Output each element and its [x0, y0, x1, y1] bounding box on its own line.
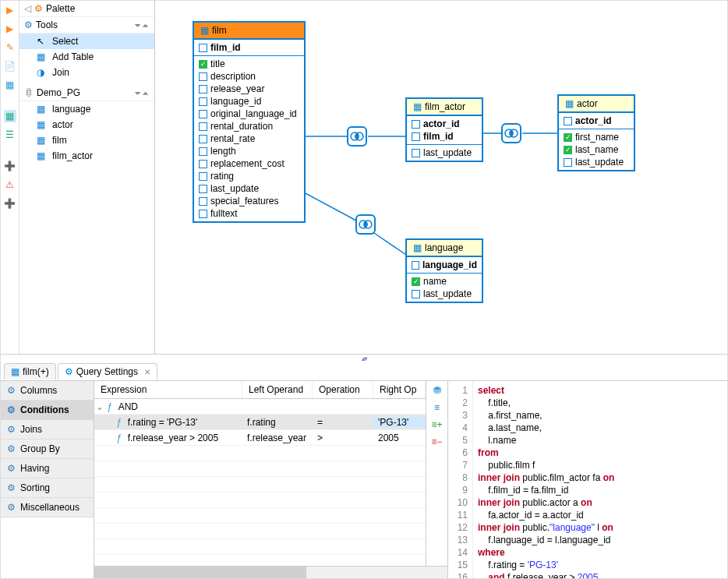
- column-name[interactable]: ✓name: [410, 275, 479, 288]
- column-first_name[interactable]: ✓first_name: [562, 131, 631, 143]
- db-table-film[interactable]: ▦film: [19, 132, 154, 148]
- entity-actor[interactable]: ▦actor actor_id ✓first_name✓last_namelas…: [557, 94, 635, 171]
- column-last_update[interactable]: last_update: [562, 156, 631, 168]
- entity-film[interactable]: ▦film film_id ✓titledescriptionrelease_y…: [193, 21, 306, 223]
- cursor-icon: ↖: [37, 36, 48, 47]
- column-last_update[interactable]: last_update: [197, 182, 301, 195]
- column-description[interactable]: description: [197, 70, 301, 83]
- checkbox-icon[interactable]: [199, 85, 207, 94]
- list-icon[interactable]: ☰: [4, 129, 16, 141]
- warn-icon[interactable]: ⚠: [4, 178, 16, 191]
- doc-icon[interactable]: 📄: [4, 60, 16, 72]
- column-language_id[interactable]: language_id: [197, 95, 301, 108]
- sql-preview: 12345678910111213141516 select f.title, …: [448, 381, 727, 578]
- edit-icon[interactable]: ✎: [4, 41, 16, 54]
- splitter[interactable]: ▴ ▾: [1, 355, 727, 362]
- checkbox-icon[interactable]: ✓: [199, 60, 207, 69]
- column-title[interactable]: ✓title: [197, 58, 301, 70]
- column-replacement_cost[interactable]: replacement_cost: [197, 157, 301, 170]
- add-condition-icon[interactable]: ≡+: [430, 418, 444, 431]
- checkbox-icon[interactable]: [199, 97, 207, 106]
- column-rental_duration[interactable]: rental_duration: [197, 120, 301, 132]
- settings-miscellaneous[interactable]: ⚙Miscellaneous: [1, 498, 94, 517]
- column-special_features[interactable]: special_features: [197, 195, 301, 207]
- checkbox-icon[interactable]: [199, 135, 207, 143]
- gear-icon: ⚙: [7, 424, 16, 435]
- tabs-bar: ▦film(+) ⚙Query Settings✕: [1, 362, 727, 381]
- checkbox-icon[interactable]: [199, 72, 207, 81]
- checkbox-icon[interactable]: [199, 110, 207, 118]
- db-table-language[interactable]: ▦language: [19, 101, 154, 117]
- join-node-film-filmactor[interactable]: [347, 126, 367, 147]
- settings-having[interactable]: ⚙Having: [1, 459, 94, 478]
- db-header[interactable]: 🛢 Demo_PG ⏷⏶: [19, 85, 154, 101]
- checkbox-icon[interactable]: [199, 122, 207, 131]
- condition-row[interactable]: ƒf.release_year > 2005f.release_year>200…: [94, 430, 426, 446]
- settings-conditions[interactable]: ⚙Conditions: [1, 401, 94, 420]
- tool-add-table[interactable]: ▦ Add Table: [19, 49, 154, 65]
- add-sheet-icon[interactable]: ➕: [4, 160, 16, 172]
- condition-row[interactable]: ƒf.rating = 'PG-13'f.rating='PG-13': [94, 415, 426, 430]
- conditions-grid: Expression Left Operand Operation Right …: [94, 381, 448, 578]
- run-icon[interactable]: ▶: [4, 4, 16, 16]
- close-icon[interactable]: ✕: [144, 368, 150, 376]
- tools-header[interactable]: ⚙ Tools ⏷⏶: [19, 17, 154, 34]
- db-label: Demo_PG: [37, 87, 80, 98]
- palette-header[interactable]: ◁ ⚙ Palette: [19, 1, 154, 17]
- sql-code[interactable]: select f.title, a.first_name, a.last_nam…: [473, 381, 727, 578]
- entity-language[interactable]: ▦language language_id ✓namelast_update: [405, 238, 483, 303]
- join-node-filmactor-actor[interactable]: [501, 123, 521, 143]
- palette-title: Palette: [46, 3, 75, 14]
- database-icon: 🛢: [24, 87, 34, 98]
- grid-icon[interactable]: ▦: [4, 79, 16, 91]
- diagram-canvas[interactable]: ▦film film_id ✓titledescriptionrelease_y…: [155, 1, 727, 354]
- db-table-actor[interactable]: ▦actor: [19, 117, 154, 132]
- db-table-film_actor[interactable]: ▦film_actor: [19, 148, 154, 164]
- grid-view-icon[interactable]: ▦: [4, 110, 16, 122]
- gear-icon: ⚙: [24, 19, 33, 30]
- checkbox-icon[interactable]: [412, 149, 420, 157]
- join-node-film-language[interactable]: [355, 214, 376, 235]
- gear-icon: ⚙: [7, 385, 16, 396]
- tab-query-settings[interactable]: ⚙Query Settings✕: [58, 363, 157, 380]
- column-rating[interactable]: rating: [197, 170, 301, 182]
- column-release_year[interactable]: release_year: [197, 83, 301, 95]
- checkbox-icon[interactable]: ✓: [412, 277, 420, 286]
- column-last_name[interactable]: ✓last_name: [562, 143, 631, 156]
- remove-condition-icon[interactable]: ≡−: [430, 436, 444, 448]
- column-last_update[interactable]: last_update: [410, 288, 479, 300]
- checkbox-icon[interactable]: [199, 197, 207, 206]
- column-fulltext[interactable]: fulltext: [197, 207, 301, 220]
- run-plus-icon[interactable]: ▶: [4, 23, 16, 35]
- tool-select[interactable]: ↖ Select: [19, 34, 154, 49]
- horizontal-scrollbar[interactable]: [94, 566, 447, 578]
- checkbox-icon[interactable]: [199, 210, 207, 218]
- tab-film[interactable]: ▦film(+): [4, 363, 56, 380]
- grid-header: Expression Left Operand Operation Right …: [94, 381, 426, 399]
- settings-columns[interactable]: ⚙Columns: [1, 381, 94, 401]
- column-rental_rate[interactable]: rental_rate: [197, 132, 301, 145]
- column-last_update[interactable]: last_update: [410, 147, 479, 159]
- filter-icon[interactable]: ⛃: [430, 384, 444, 397]
- checkbox-icon[interactable]: [564, 158, 572, 167]
- settings-group-by[interactable]: ⚙Group By: [1, 440, 94, 459]
- align-icon[interactable]: ≡: [430, 401, 444, 414]
- tools-label: Tools: [36, 19, 58, 30]
- gear-icon: ⚙: [7, 482, 16, 493]
- column-length[interactable]: length: [197, 145, 301, 157]
- checkbox-icon[interactable]: [412, 290, 420, 298]
- settings-sorting[interactable]: ⚙Sorting: [1, 478, 94, 498]
- entity-film-actor[interactable]: ▦film_actor actor_id film_id last_update: [405, 97, 483, 162]
- checkbox-icon[interactable]: [199, 160, 207, 168]
- checkbox-icon[interactable]: [199, 185, 207, 193]
- conditions-toolbar: ⛃ ≡ ≡+ ≡−: [426, 381, 447, 566]
- checkbox-icon[interactable]: [199, 172, 207, 181]
- gear-icon: ⚙: [7, 443, 16, 454]
- column-original_language_id[interactable]: original_language_id: [197, 108, 301, 120]
- settings-joins[interactable]: ⚙Joins: [1, 420, 94, 440]
- tool-join[interactable]: ◑ Join: [19, 65, 154, 80]
- checkbox-icon[interactable]: ✓: [564, 133, 572, 142]
- checkbox-icon[interactable]: [199, 147, 207, 156]
- checkbox-icon[interactable]: ✓: [564, 146, 572, 154]
- add-db-icon[interactable]: ➕: [4, 197, 16, 210]
